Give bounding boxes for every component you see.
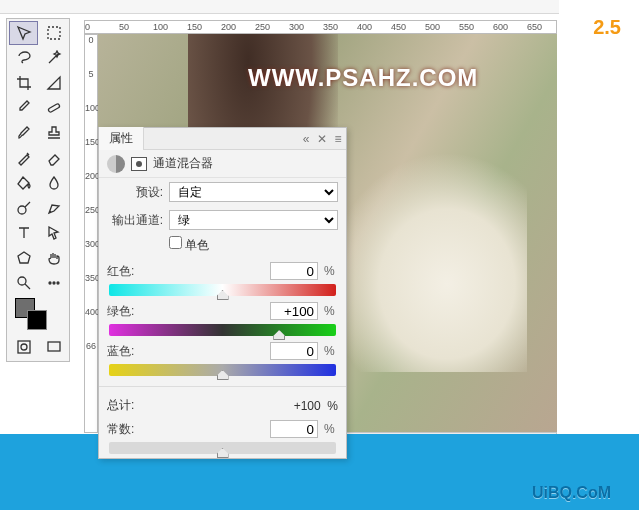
svg-point-4	[49, 282, 51, 284]
ruler-tick: 200	[85, 171, 97, 205]
shape-tool[interactable]	[9, 246, 38, 270]
color-swatches[interactable]	[9, 296, 68, 334]
type-tool[interactable]	[9, 221, 38, 245]
stamp-tool[interactable]	[39, 121, 68, 145]
app-topbar	[0, 0, 639, 14]
ruler-tick: 150	[85, 137, 97, 171]
path-select-tool[interactable]	[39, 221, 68, 245]
svg-point-8	[21, 344, 27, 350]
slice-tool[interactable]	[39, 71, 68, 95]
ruler-tick: 66	[85, 341, 97, 375]
monochrome-checkbox[interactable]	[169, 236, 182, 249]
move-tool[interactable]	[9, 21, 38, 45]
dots-icon	[46, 275, 62, 291]
channel-mixer-icon	[107, 155, 125, 173]
eyedropper-tool[interactable]	[9, 96, 38, 120]
svg-point-5	[53, 282, 55, 284]
eraser-icon	[46, 150, 62, 166]
preset-select[interactable]: 自定	[169, 182, 338, 202]
blue-slider-row: 蓝色: %	[99, 340, 346, 380]
mask-icon[interactable]	[131, 157, 147, 171]
preset-row: 预设: 自定	[99, 178, 346, 206]
green-value-input[interactable]	[270, 302, 318, 320]
total-row: 总计: +100 %	[99, 393, 346, 418]
blue-slider-track[interactable]	[109, 364, 336, 376]
green-slider-track[interactable]	[109, 324, 336, 336]
dodge-tool[interactable]	[9, 196, 38, 220]
panel-tab-properties[interactable]: 属性	[99, 127, 144, 150]
pen-icon	[46, 200, 62, 216]
ruler-tick: 300	[85, 239, 97, 273]
close-icon[interactable]: ✕	[314, 128, 330, 150]
ruler-tick: 150	[187, 22, 221, 32]
red-value-input[interactable]	[270, 262, 318, 280]
lasso-icon	[16, 50, 32, 66]
ruler-tick: 300	[289, 22, 323, 32]
eraser-tool[interactable]	[39, 146, 68, 170]
watermark-text: WWW.PSAHZ.COM	[248, 64, 478, 92]
red-slider-row: 红色: %	[99, 260, 346, 300]
percent-label: %	[324, 422, 338, 436]
panel-menu-icon[interactable]: ≡	[330, 128, 346, 150]
collapse-icon[interactable]: «	[298, 128, 314, 150]
healing-tool[interactable]	[39, 96, 68, 120]
pen-tool[interactable]	[39, 196, 68, 220]
dodge-icon	[16, 200, 32, 216]
crop-icon	[16, 75, 32, 91]
constant-slider-track[interactable]	[109, 442, 336, 454]
blue-value-input[interactable]	[270, 342, 318, 360]
green-label: 绿色:	[107, 303, 147, 320]
slider-knob[interactable]	[273, 330, 285, 340]
magic-wand-tool[interactable]	[39, 46, 68, 70]
zoom-icon	[16, 275, 32, 291]
separator	[99, 386, 346, 387]
history-brush-tool[interactable]	[9, 146, 38, 170]
svg-rect-1	[47, 103, 59, 112]
percent-label: %	[324, 264, 338, 278]
svg-point-3	[18, 277, 26, 285]
background-swatch[interactable]	[27, 310, 47, 330]
hand-icon	[46, 250, 62, 266]
ruler-tick: 500	[425, 22, 459, 32]
panel-header: 属性 « ✕ ≡	[99, 128, 346, 150]
crop-tool[interactable]	[9, 71, 38, 95]
adjustment-header: 通道混合器	[99, 150, 346, 178]
svg-rect-9	[48, 342, 60, 351]
red-label: 红色:	[107, 263, 147, 280]
lasso-tool[interactable]	[9, 46, 38, 70]
marquee-tool[interactable]	[39, 21, 68, 45]
percent-label: %	[324, 304, 338, 318]
properties-panel: 属性 « ✕ ≡ 通道混合器 预设: 自定 输出通道: 绿 单色 红色: %	[98, 127, 347, 459]
ruler-tick: 400	[357, 22, 391, 32]
gradient-tool[interactable]	[9, 171, 38, 195]
move-icon	[16, 25, 32, 41]
slider-knob[interactable]	[217, 448, 229, 458]
arrow-icon	[46, 225, 62, 241]
ruler-tick: 450	[391, 22, 425, 32]
constant-value-input[interactable]	[270, 420, 318, 438]
slider-knob[interactable]	[217, 290, 229, 300]
brush-tool[interactable]	[9, 121, 38, 145]
red-slider-track[interactable]	[109, 284, 336, 296]
svg-rect-0	[48, 27, 60, 39]
screenmode-tool[interactable]	[39, 335, 68, 359]
zoom-tool[interactable]	[9, 271, 38, 295]
ruler-tick: 250	[85, 205, 97, 239]
ruler-tick: 0	[85, 22, 119, 32]
brush-icon	[16, 125, 32, 141]
bandage-icon	[46, 100, 62, 116]
svg-point-6	[57, 282, 59, 284]
adjustment-title: 通道混合器	[153, 155, 213, 172]
more-tool[interactable]	[39, 271, 68, 295]
quickmask-tool[interactable]	[9, 335, 38, 359]
output-channel-select[interactable]: 绿	[169, 210, 338, 230]
monochrome-row: 单色	[99, 234, 346, 260]
slider-knob[interactable]	[217, 370, 229, 380]
ruler-tick: 600	[493, 22, 527, 32]
bucket-icon	[16, 175, 32, 191]
hand-tool[interactable]	[39, 246, 68, 270]
green-slider-row: 绿色: %	[99, 300, 346, 340]
blur-tool[interactable]	[39, 171, 68, 195]
version-badge: 2.5	[593, 16, 621, 39]
type-icon	[16, 225, 32, 241]
